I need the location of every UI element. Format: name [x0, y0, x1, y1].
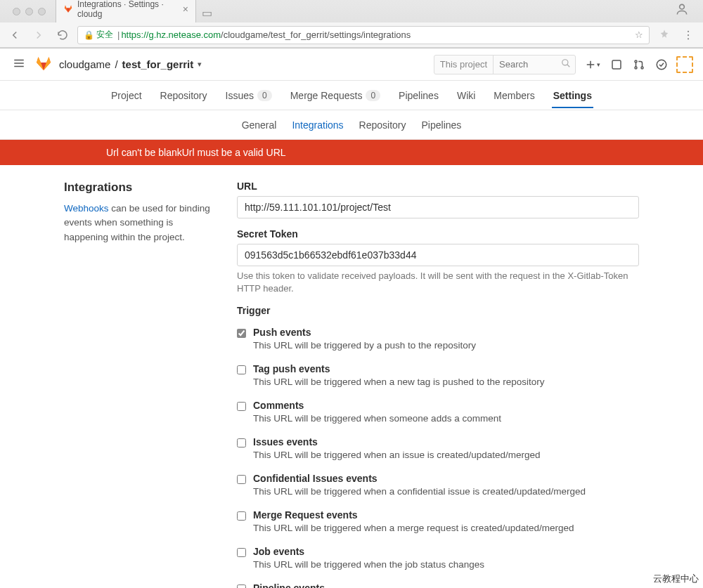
trigger-row: Confidential Issues eventsThis URL will …: [237, 466, 639, 503]
search-input[interactable]: [494, 59, 557, 70]
trigger-checkbox[interactable]: [237, 548, 246, 557]
trigger-desc: This URL will be triggered when a merge …: [253, 523, 574, 533]
issues-icon[interactable]: [609, 57, 624, 72]
webhooks-link[interactable]: Webhooks: [64, 203, 109, 214]
trigger-checkbox[interactable]: [237, 584, 246, 588]
chrome-account-icon[interactable]: [671, 0, 693, 22]
maximize-window-dot[interactable]: [38, 8, 46, 15]
error-alert: Url can't be blankUrl must be a valid UR…: [0, 140, 703, 165]
sidebar-description: Integrations Webhooks can be used for bi…: [64, 181, 212, 588]
trigger-title: Comments: [253, 400, 501, 411]
trigger-checkbox[interactable]: [237, 402, 246, 411]
subtab-general[interactable]: General: [242, 119, 277, 131]
chevron-down-icon[interactable]: ▾: [198, 60, 202, 69]
nav-tab-repository[interactable]: Repository: [159, 83, 209, 108]
trigger-desc: This URL will be triggered when a new ta…: [253, 377, 544, 387]
namespace-link[interactable]: cloudgame: [59, 58, 110, 70]
badge: 0: [366, 90, 380, 101]
plus-icon[interactable]: ▾: [583, 57, 602, 72]
forward-button[interactable]: [30, 26, 48, 44]
trigger-row: Tag push eventsThis URL will be triggere…: [237, 357, 639, 393]
trigger-title: Push events: [253, 327, 476, 338]
url-host: g.hz.netease.com: [148, 30, 221, 40]
chrome-menu-icon[interactable]: [679, 26, 697, 44]
search-box[interactable]: This project: [434, 55, 576, 74]
new-tab-button[interactable]: ▭: [196, 4, 218, 22]
trigger-desc: This URL will be triggered when someone …: [253, 413, 501, 424]
svg-rect-5: [612, 60, 621, 69]
svg-point-3: [688, 38, 689, 39]
trigger-checkbox[interactable]: [237, 511, 246, 521]
badge: 0: [257, 90, 272, 101]
subtab-pipelines[interactable]: Pipelines: [422, 119, 462, 131]
svg-point-9: [657, 60, 666, 70]
trigger-row: CommentsThis URL will be triggered when …: [237, 393, 639, 430]
gitlab-favicon: [63, 4, 73, 15]
trigger-title: Pipeline events: [253, 582, 504, 588]
trigger-desc: This URL will be triggered by a push to …: [253, 340, 476, 351]
svg-point-7: [635, 67, 637, 69]
tab-bar: Integrations · Settings · cloudg × ▭: [0, 0, 703, 22]
close-window-dot[interactable]: [13, 8, 20, 15]
webhook-form: URL Secret Token Use this token to valid…: [237, 181, 639, 588]
todos-icon[interactable]: [654, 57, 669, 72]
trigger-row: Issues eventsThis URL will be triggered …: [237, 430, 639, 466]
trigger-desc: This URL will be triggered when a confid…: [253, 486, 586, 497]
nav-tab-project[interactable]: Project: [110, 83, 143, 108]
trigger-title: Confidential Issues events: [253, 473, 586, 484]
minimize-window-dot[interactable]: [25, 8, 33, 15]
nav-tab-issues[interactable]: Issues0: [224, 83, 273, 108]
token-input[interactable]: [237, 244, 639, 266]
hamburger-icon[interactable]: [10, 54, 28, 74]
breadcrumb: cloudgame / test_for_gerrit ▾: [59, 58, 202, 70]
close-tab-icon[interactable]: ×: [183, 4, 188, 15]
nav-tab-pipelines[interactable]: Pipelines: [397, 83, 440, 108]
trigger-desc: This URL will be triggered when the job …: [253, 559, 484, 570]
trigger-title: Tag push events: [253, 363, 544, 374]
svg-point-0: [680, 4, 685, 9]
trigger-desc: This URL will be triggered when an issue…: [253, 450, 540, 460]
gitlab-logo-icon[interactable]: [35, 55, 52, 74]
trigger-row: Merge Request eventsThis URL will be tri…: [237, 503, 639, 540]
trigger-checkbox[interactable]: [237, 329, 246, 338]
trigger-title: Issues events: [253, 436, 540, 447]
search-scope[interactable]: This project: [434, 55, 494, 74]
svg-point-1: [688, 30, 689, 32]
user-avatar[interactable]: [676, 56, 693, 73]
reload-button[interactable]: [53, 26, 72, 44]
project-link[interactable]: test_for_gerrit: [122, 58, 194, 70]
browser-tab[interactable]: Integrations · Settings · cloudg ×: [56, 0, 196, 22]
svg-point-8: [641, 67, 643, 69]
url-input[interactable]: [237, 196, 639, 218]
trigger-label: Trigger: [237, 305, 639, 316]
search-icon[interactable]: [557, 58, 575, 70]
back-button[interactable]: [6, 26, 24, 44]
nav-tab-wiki[interactable]: Wiki: [456, 83, 477, 108]
nav-tab-merge-requests[interactable]: Merge Requests0: [289, 83, 382, 108]
trigger-title: Merge Request events: [253, 509, 574, 521]
url-bar[interactable]: 🔒 安全 | https://g.hz.netease.com/cloudgam…: [77, 26, 650, 44]
url-path: /cloudgame/test_for_gerrit/settings/inte…: [221, 30, 411, 40]
trigger-row: Push eventsThis URL will be triggered by…: [237, 320, 639, 357]
merge-requests-icon[interactable]: [631, 57, 647, 72]
nav-tab-members[interactable]: Members: [492, 83, 536, 108]
nav-tab-settings[interactable]: Settings: [552, 83, 593, 108]
trigger-checkbox[interactable]: [237, 365, 246, 374]
main-content: Integrations Webhooks can be used for bi…: [53, 181, 650, 588]
subtab-repository[interactable]: Repository: [359, 119, 406, 131]
bookmark-star-icon[interactable]: ☆: [635, 30, 643, 40]
trigger-row: Job eventsThis URL will be triggered whe…: [237, 540, 639, 576]
extension-icon[interactable]: [655, 26, 673, 44]
svg-point-4: [562, 60, 568, 65]
subtab-integrations[interactable]: Integrations: [292, 119, 343, 131]
address-bar: 🔒 安全 | https://g.hz.netease.com/cloudgam…: [0, 22, 703, 48]
trigger-row: Pipeline eventsThis URL will be triggere…: [237, 576, 639, 588]
lock-icon: 🔒 安全: [84, 29, 113, 41]
token-label: Secret Token: [237, 228, 639, 240]
trigger-checkbox[interactable]: [237, 438, 246, 447]
trigger-checkbox[interactable]: [237, 475, 246, 484]
svg-point-6: [635, 60, 637, 63]
token-help: Use this token to validate received payl…: [237, 270, 639, 295]
url-protocol: https://: [121, 30, 148, 40]
trigger-title: Job events: [253, 546, 484, 557]
